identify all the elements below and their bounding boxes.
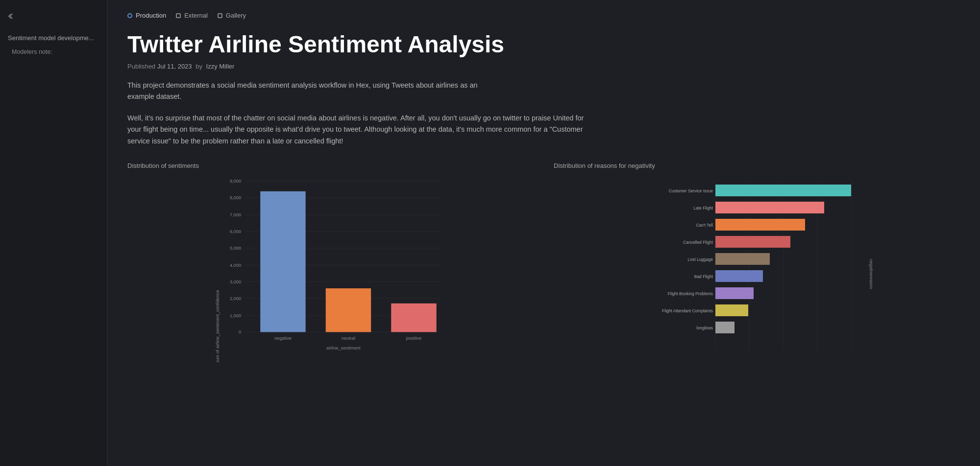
- svg-text:2,000: 2,000: [230, 296, 241, 301]
- tab-production-icon: [127, 13, 132, 18]
- svg-text:Customer Service Issue: Customer Service Issue: [669, 188, 713, 193]
- svg-text:7,000: 7,000: [230, 212, 241, 217]
- bar-cancelled: [715, 236, 790, 248]
- bar-positive: [391, 303, 436, 332]
- svg-text:4,000: 4,000: [230, 263, 241, 268]
- bar-neutral: [326, 288, 371, 332]
- svg-text:negative: negative: [274, 336, 292, 341]
- svg-text:longlines: longlines: [696, 326, 713, 330]
- bar-csi: [715, 185, 851, 196]
- svg-text:neutral: neutral: [342, 336, 355, 341]
- charts-section: Distribution of sentiments Sum of airlin…: [127, 162, 960, 364]
- bar-booking-problems: [715, 287, 754, 299]
- bar-attendant-complaints: [715, 304, 748, 316]
- bar-cant-tell: [715, 219, 805, 231]
- svg-text:Late Flight: Late Flight: [693, 206, 713, 210]
- svg-text:airline_sentiment: airline_sentiment: [326, 346, 361, 351]
- svg-text:0: 0: [239, 330, 241, 335]
- left-chart-title: Distribution of sentiments: [127, 162, 534, 169]
- svg-text:negativereason: negativereason: [869, 259, 874, 290]
- project-description: This project demonstrates a social media…: [127, 80, 500, 102]
- left-chart-container: Distribution of sentiments Sum of airlin…: [127, 162, 534, 364]
- page-meta: Published Jul 11, 2023 by Izzy Miller: [127, 63, 960, 70]
- published-label: Published: [127, 63, 155, 70]
- svg-text:5,000: 5,000: [230, 246, 241, 251]
- tab-external[interactable]: External: [176, 12, 208, 21]
- tabs-bar: Production External Gallery: [127, 12, 960, 21]
- svg-text:9,000: 9,000: [230, 179, 241, 184]
- tab-external-icon: [176, 13, 181, 18]
- bar-lost-luggage: [715, 253, 770, 265]
- tab-gallery[interactable]: Gallery: [218, 12, 246, 21]
- tab-external-label: External: [184, 12, 208, 19]
- right-bar-chart: Customer Service Issue Late Flight Can't…: [554, 176, 960, 362]
- tab-gallery-icon: [218, 13, 222, 18]
- svg-text:8,000: 8,000: [230, 196, 241, 201]
- bar-longlines: [715, 322, 735, 333]
- right-chart-container: Distribution of reasons for negativity C…: [554, 162, 960, 364]
- sidebar-collapse-button[interactable]: [0, 8, 107, 30]
- tab-production[interactable]: Production: [127, 12, 166, 21]
- bar-late-flight: [715, 202, 824, 213]
- svg-text:Cancelled Flight: Cancelled Flight: [683, 240, 713, 245]
- tab-gallery-label: Gallery: [226, 12, 246, 19]
- bar-bad-flight: [715, 270, 763, 282]
- published-date: Jul 11, 2023: [157, 63, 192, 70]
- bar-negative: [260, 191, 305, 332]
- svg-text:Sum of airline_sentiment_confi: Sum of airline_sentiment_confidence: [215, 290, 220, 363]
- body-text: Well, it's no surprise that most of the …: [127, 113, 593, 148]
- svg-text:Lost Luggage: Lost Luggage: [687, 257, 713, 262]
- author-name: Izzy Miller: [206, 63, 235, 70]
- by-label: by: [196, 63, 202, 70]
- svg-text:3,000: 3,000: [230, 280, 241, 284]
- svg-text:6,000: 6,000: [230, 229, 241, 234]
- svg-text:Can't Tell: Can't Tell: [696, 223, 713, 228]
- page-title: Twitter Airline Sentiment Analysis: [127, 31, 960, 58]
- right-chart-title: Distribution of reasons for negativity: [554, 162, 960, 169]
- svg-text:Bad Flight: Bad Flight: [694, 274, 713, 279]
- main-content: Production External Gallery Twitter Airl…: [108, 0, 980, 466]
- sidebar-item-modelers-note[interactable]: Modelers note:: [0, 46, 107, 58]
- svg-text:Flight Booking Problems: Flight Booking Problems: [668, 291, 713, 296]
- left-bar-chart: Sum of airline_sentiment_confidence 9,00…: [127, 176, 534, 362]
- tab-production-label: Production: [136, 12, 166, 19]
- sidebar: Sentiment model developme... Modelers no…: [0, 0, 108, 466]
- svg-text:positive: positive: [406, 336, 421, 341]
- svg-text:Flight Attendant Complaints: Flight Attendant Complaints: [662, 308, 713, 313]
- svg-text:1,000: 1,000: [230, 313, 241, 318]
- sidebar-item-sentiment-model[interactable]: Sentiment model developme...: [0, 30, 107, 46]
